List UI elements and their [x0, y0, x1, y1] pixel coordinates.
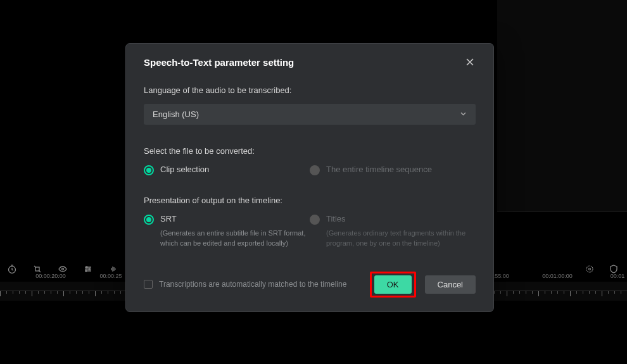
radio-titles[interactable]: Titles [310, 214, 476, 225]
preview-pane [497, 0, 627, 212]
checkbox-label: Transcriptions are automatically matched… [159, 280, 346, 289]
close-button[interactable] [464, 56, 476, 68]
svg-point-3 [86, 267, 87, 268]
dialog-title: Speech-to-Text parameter setting [144, 57, 294, 68]
file-select-label: Select the file to be converted: [144, 146, 476, 156]
radio-icon [310, 165, 320, 175]
radio-description: (Generates ordinary text fragments withi… [326, 229, 472, 249]
cancel-button[interactable]: Cancel [425, 275, 476, 294]
stopwatch-icon[interactable] [6, 263, 18, 275]
auto-match-checkbox[interactable]: Transcriptions are automatically matched… [144, 280, 346, 289]
radio-icon [144, 215, 154, 225]
ruler-label: 00:01:00:00 [542, 273, 573, 279]
radio-clip-selection[interactable]: Clip selection [144, 165, 310, 175]
language-value: English (US) [153, 110, 199, 119]
settings-gear-icon[interactable] [584, 263, 595, 275]
sliders-icon[interactable] [82, 263, 94, 275]
svg-point-2 [62, 268, 64, 270]
language-select[interactable]: English (US) [144, 104, 476, 125]
svg-point-7 [589, 268, 591, 270]
checkbox-icon [144, 280, 153, 289]
ruler-label: 00:01 [611, 273, 625, 279]
radio-description: (Generates an entire subtitle file in SR… [160, 229, 306, 249]
svg-point-6 [586, 266, 593, 272]
radio-label: Titles [326, 214, 346, 223]
ok-button[interactable]: OK [374, 275, 412, 294]
chevron-down-icon [460, 110, 467, 119]
radio-icon [144, 165, 154, 175]
radio-srt[interactable]: SRT [144, 214, 310, 225]
ruler-label: 00:00:20:00 [35, 273, 66, 279]
radio-icon [310, 215, 320, 225]
ruler-label: 00:00:25 [99, 273, 122, 279]
radio-label: SRT [160, 214, 177, 223]
radio-entire-timeline[interactable]: The entire timeline sequence [310, 165, 476, 175]
svg-point-4 [89, 268, 90, 270]
ok-highlight: OK [370, 272, 416, 298]
output-label: Presentation of output on the timeline: [144, 196, 476, 205]
language-label: Language of the audio to be transcribed: [144, 85, 476, 95]
speech-to-text-dialog: Speech-to-Text parameter setting Languag… [125, 43, 494, 312]
radio-label: Clip selection [160, 165, 209, 174]
radio-label: The entire timeline sequence [326, 165, 432, 174]
svg-point-5 [86, 270, 87, 272]
